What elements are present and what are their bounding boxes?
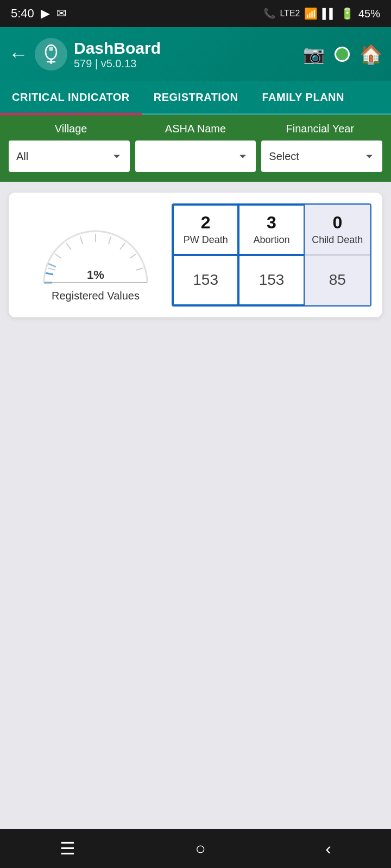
- svg-line-7: [130, 254, 136, 258]
- abortion-label: Abortion: [253, 234, 289, 246]
- tab-family-planning[interactable]: FAMILY PLANN: [250, 81, 356, 113]
- abortion-value: 3: [267, 213, 276, 232]
- gauge-wrapper: 1%: [33, 220, 158, 285]
- svg-line-14: [45, 273, 53, 275]
- abortion-top[interactable]: 3 Abortion: [238, 205, 304, 255]
- svg-line-11: [55, 254, 61, 258]
- pw-death-top[interactable]: 2 PW Death: [173, 205, 238, 255]
- nav-tabs: CRITICAL INDICATOR REGISTRATION FAMILY P…: [0, 81, 391, 115]
- tab-registration[interactable]: REGISTRATION: [142, 81, 250, 113]
- asha-name-select[interactable]: [135, 141, 256, 172]
- header-right: 📷 🏠: [303, 43, 382, 65]
- status-bar: 5:40 ▶ ✉ 📞 LTE2 📶 ▌▌ 🔋 45%: [0, 0, 391, 27]
- back-button[interactable]: ←: [9, 43, 28, 66]
- pw-death-value: 2: [201, 213, 211, 232]
- pw-death-bottom[interactable]: 153: [173, 255, 238, 305]
- app-title: DashBoard: [74, 39, 161, 58]
- lte2-label: LTE2: [280, 9, 300, 18]
- svg-line-8: [136, 268, 143, 270]
- home-icon[interactable]: 🏠: [360, 43, 382, 65]
- child-death-label: Child Death: [312, 234, 363, 246]
- asha-name-label: ASHA Name: [133, 123, 257, 135]
- financial-year-label: Financial Year: [258, 123, 382, 135]
- status-time: 5:40: [11, 7, 34, 21]
- svg-line-15: [48, 264, 56, 267]
- svg-line-6: [120, 243, 125, 250]
- child-death-top[interactable]: 0 Child Death: [305, 205, 370, 255]
- status-left: 5:40 ▶ ✉: [11, 7, 66, 21]
- registered-label: Registered Values: [52, 290, 140, 302]
- abortion-bottom[interactable]: 153: [238, 255, 304, 305]
- abortion-registered: 153: [259, 271, 285, 289]
- tab-critical-indicator[interactable]: CRITICAL INDICATOR: [0, 81, 142, 113]
- stats-grid: 2 PW Death 3 Abortion 0 Child Death 153 …: [172, 203, 371, 307]
- svg-text:1%: 1%: [87, 268, 104, 282]
- app-logo: [35, 38, 67, 71]
- svg-line-12: [48, 268, 55, 270]
- back-nav-icon[interactable]: ‹: [325, 839, 331, 859]
- signal1-icon: ▌▌: [322, 8, 336, 20]
- svg-point-3: [49, 47, 53, 51]
- gauge-section: 1% Registered Values: [20, 203, 172, 307]
- dashboard-card: 1% Registered Values 2 PW Death 3 Aborti…: [9, 193, 382, 317]
- filter-dropdowns: All Select: [9, 141, 382, 172]
- youtube-icon: ▶: [41, 7, 50, 21]
- bottom-nav: ☰ ○ ‹: [0, 829, 391, 868]
- main-content: 1% Registered Values 2 PW Death 3 Aborti…: [0, 182, 391, 724]
- card-inner: 1% Registered Values 2 PW Death 3 Aborti…: [20, 203, 371, 307]
- status-right: 📞 LTE2 📶 ▌▌ 🔋 45%: [263, 7, 380, 20]
- header-title-block: DashBoard 579 | v5.0.13: [74, 39, 161, 70]
- app-header: ← DashBoard 579 | v5.0.13 📷 🏠: [0, 27, 391, 81]
- filter-labels: Village ASHA Name Financial Year: [9, 123, 382, 135]
- filter-row: Village ASHA Name Financial Year All Sel…: [0, 115, 391, 182]
- child-death-bottom[interactable]: 85: [305, 255, 370, 305]
- mail-icon: ✉: [56, 7, 66, 21]
- wifi-icon: 📶: [304, 7, 318, 20]
- phone-icon: 📞: [263, 8, 275, 20]
- pw-death-label: PW Death: [184, 234, 228, 246]
- financial-year-select[interactable]: Select: [261, 141, 382, 172]
- status-dot: [335, 47, 350, 62]
- pw-death-registered: 153: [193, 271, 218, 289]
- app-subtitle: 579 | v5.0.13: [74, 58, 161, 70]
- camera-icon[interactable]: 📷: [303, 44, 325, 65]
- gauge-svg: 1%: [33, 220, 158, 285]
- child-death-registered: 85: [329, 271, 346, 289]
- home-circle-icon[interactable]: ○: [195, 839, 205, 859]
- menu-icon[interactable]: ☰: [60, 838, 75, 859]
- village-select[interactable]: All: [9, 141, 130, 172]
- svg-line-9: [80, 237, 83, 244]
- village-label: Village: [9, 123, 133, 135]
- svg-line-10: [66, 243, 71, 250]
- header-left: ← DashBoard 579 | v5.0.13: [9, 38, 161, 71]
- battery-level: 45%: [358, 8, 380, 20]
- battery-icon: 🔋: [340, 7, 354, 20]
- svg-line-5: [109, 237, 111, 244]
- child-death-value: 0: [332, 213, 342, 232]
